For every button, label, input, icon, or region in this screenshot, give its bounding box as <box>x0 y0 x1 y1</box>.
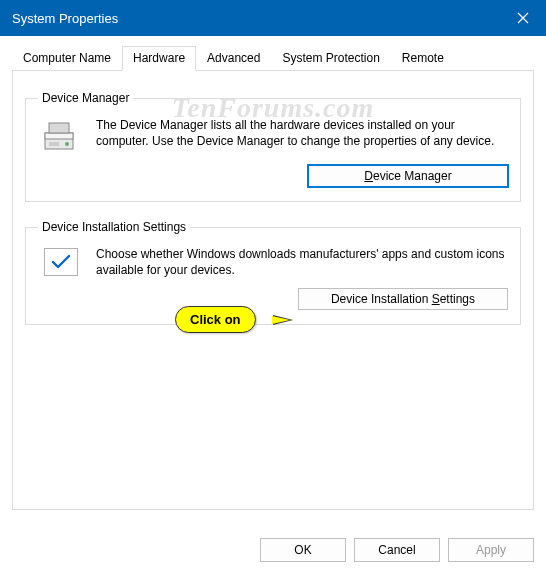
tab-advanced[interactable]: Advanced <box>196 46 271 70</box>
tab-system-protection[interactable]: System Protection <box>271 46 390 70</box>
close-button[interactable] <box>500 0 546 36</box>
apply-button: Apply <box>448 538 534 562</box>
dialog-body: Computer Name Hardware Advanced System P… <box>0 36 546 510</box>
dialog-footer: OK Cancel Apply <box>260 538 534 562</box>
svg-rect-4 <box>49 142 59 146</box>
device-manager-description: The Device Manager lists all the hardwar… <box>96 117 508 155</box>
ok-button[interactable]: OK <box>260 538 346 562</box>
checkbox-icon-wrapper <box>38 246 84 278</box>
tab-hardware[interactable]: Hardware <box>122 46 196 71</box>
device-installation-description: Choose whether Windows downloads manufac… <box>96 246 508 278</box>
tab-computer-name[interactable]: Computer Name <box>12 46 122 70</box>
group-device-manager-legend: Device Manager <box>38 91 133 105</box>
tab-remote[interactable]: Remote <box>391 46 455 70</box>
device-manager-icon <box>38 117 84 155</box>
close-icon <box>517 12 529 24</box>
svg-point-3 <box>65 142 69 146</box>
group-device-manager: Device Manager The Device Manager lists … <box>25 91 521 202</box>
titlebar: System Properties <box>0 0 546 36</box>
device-manager-button[interactable]: Device Manager <box>308 165 508 187</box>
cancel-button[interactable]: Cancel <box>354 538 440 562</box>
svg-rect-1 <box>45 133 73 139</box>
checkmark-icon <box>44 248 78 276</box>
group-device-installation: Device Installation Settings Choose whet… <box>25 220 521 325</box>
tab-panel-hardware: Device Manager The Device Manager lists … <box>12 70 534 510</box>
window-title: System Properties <box>12 11 500 26</box>
group-device-installation-legend: Device Installation Settings <box>38 220 190 234</box>
tab-strip: Computer Name Hardware Advanced System P… <box>12 46 534 70</box>
device-installation-settings-button[interactable]: Device Installation Settings <box>298 288 508 310</box>
svg-rect-2 <box>49 123 69 133</box>
